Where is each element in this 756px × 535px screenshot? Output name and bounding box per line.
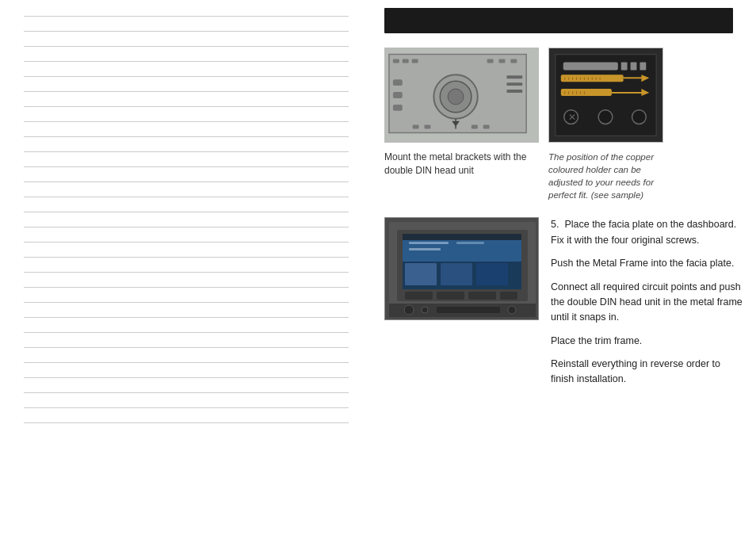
rule-line: [24, 136, 349, 137]
svg-rect-22: [483, 125, 490, 129]
rule-line: [24, 392, 349, 393]
svg-rect-17: [393, 92, 403, 98]
svg-rect-20: [424, 125, 430, 129]
line-group: [24, 16, 349, 423]
svg-rect-61: [403, 234, 521, 240]
svg-point-54: [632, 110, 647, 124]
svg-rect-15: [506, 90, 522, 93]
svg-rect-3: [403, 59, 409, 63]
step-para-1: 5. Place the facia plate on the dashboar…: [551, 217, 744, 248]
svg-rect-28: [640, 63, 646, 71]
rule-line: [24, 166, 349, 167]
step-para-3-text: Connect all required circuit points and …: [551, 281, 743, 323]
svg-rect-67: [476, 263, 508, 285]
step-para-1-text: Place the facia plate on the dashboard. …: [551, 219, 736, 245]
step-para-4-text: Place the trim frame.: [551, 335, 642, 346]
rule-line: [24, 91, 349, 92]
svg-point-74: [422, 307, 428, 313]
images-row: ✕: [384, 48, 744, 143]
rule-line: [24, 362, 349, 363]
svg-rect-4: [412, 59, 418, 63]
dashboard-image: [384, 217, 539, 320]
svg-rect-25: [563, 63, 618, 71]
rule-line: [24, 212, 349, 212]
svg-rect-65: [405, 263, 437, 285]
left-column: [0, 0, 372, 535]
svg-rect-75: [437, 307, 500, 313]
stereo-unit-image: [384, 48, 539, 143]
svg-rect-66: [441, 263, 472, 285]
svg-point-10: [448, 89, 464, 105]
step-para-4: Place the trim frame.: [551, 334, 744, 349]
rule-line: [24, 76, 349, 77]
stereo-unit-svg: [385, 48, 538, 143]
svg-text:✕: ✕: [568, 112, 576, 123]
rule-line: [24, 151, 349, 152]
rule-line: [24, 347, 349, 348]
svg-rect-6: [499, 59, 506, 63]
svg-rect-16: [393, 79, 403, 86]
svg-rect-62: [409, 242, 449, 244]
step-para-5-text: Reinstall everything in reverse order to…: [551, 358, 720, 384]
rule-line: [24, 182, 349, 182]
rule-line: [24, 46, 349, 47]
step-para-2: Push the Metal Frame into the facia plat…: [551, 256, 744, 271]
rule-line: [24, 16, 349, 17]
holder-caption: The position of the copper coloured hold…: [548, 152, 654, 200]
step-section: 5. Place the facia plate on the dashboar…: [384, 217, 744, 395]
rule-line: [24, 407, 349, 408]
svg-rect-14: [506, 82, 522, 86]
svg-rect-21: [472, 125, 478, 129]
svg-rect-70: [468, 292, 496, 300]
svg-rect-63: [456, 242, 484, 244]
svg-rect-64: [409, 248, 441, 250]
header-bar: [384, 8, 733, 33]
right-column: ✕ Mount the metal brackets with the doub…: [372, 0, 756, 535]
rule-line: [24, 197, 349, 197]
svg-rect-69: [437, 292, 464, 300]
caption-right-text: The position of the copper coloured hold…: [548, 151, 663, 201]
svg-rect-27: [631, 63, 637, 71]
rule-line: [24, 422, 349, 423]
svg-rect-68: [405, 292, 433, 300]
svg-rect-19: [413, 125, 419, 129]
rule-line: [24, 61, 349, 62]
dashboard-svg: [385, 218, 539, 320]
svg-rect-13: [506, 75, 522, 78]
step-text: 5. Place the facia plate on the dashboar…: [551, 217, 744, 395]
rule-line: [24, 121, 349, 122]
svg-rect-2: [393, 59, 399, 63]
rule-line: [24, 302, 349, 303]
rule-line: [24, 257, 349, 258]
caption-row: Mount the metal brackets with the double…: [384, 151, 744, 201]
rule-line: [24, 272, 349, 273]
svg-rect-5: [487, 59, 494, 63]
copper-holder-image: ✕: [548, 48, 663, 143]
svg-rect-7: [510, 59, 517, 63]
svg-rect-71: [500, 292, 517, 300]
step-para-5: Reinstall everything in reverse order to…: [551, 357, 744, 388]
svg-rect-18: [393, 105, 403, 111]
mount-caption: Mount the metal brackets with the double…: [384, 151, 526, 176]
svg-point-73: [404, 305, 414, 315]
rule-line: [24, 377, 349, 378]
caption-left-text: Mount the metal brackets with the double…: [384, 151, 539, 178]
svg-rect-26: [621, 63, 628, 71]
rule-line: [24, 317, 349, 318]
step-number: 5.: [551, 219, 559, 230]
rule-line: [24, 31, 349, 32]
step-para-3: Connect all required circuit points and …: [551, 280, 744, 326]
rule-line: [24, 106, 349, 107]
svg-point-53: [598, 110, 613, 124]
step-para-2-text: Push the Metal Frame into the facia plat…: [551, 258, 734, 269]
rule-line: [24, 242, 349, 243]
rule-line: [24, 227, 349, 227]
copper-holder-svg: ✕: [549, 48, 662, 143]
rule-line: [24, 287, 349, 288]
svg-point-76: [508, 306, 516, 314]
rule-line: [24, 332, 349, 333]
